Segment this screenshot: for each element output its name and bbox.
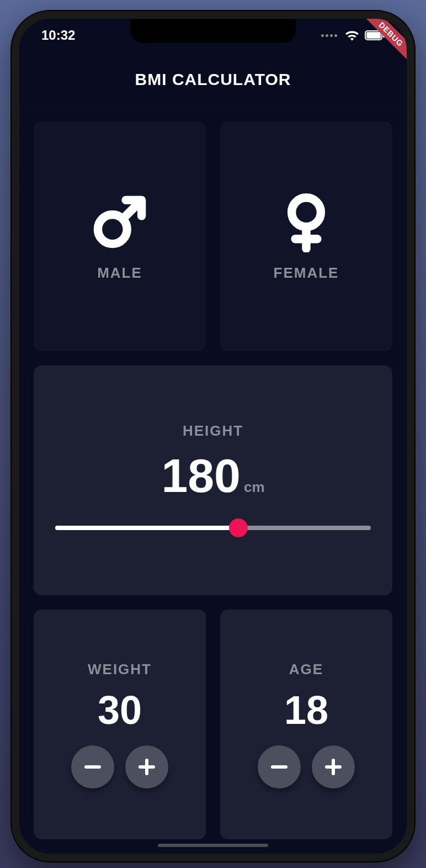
height-unit: cm [244,479,265,496]
slider-thumb[interactable] [229,518,248,537]
weight-plus-button[interactable] [125,745,168,788]
age-label: AGE [289,661,323,678]
female-card[interactable]: FEMALE [220,121,392,351]
male-icon [89,192,150,252]
minus-icon [269,757,289,777]
height-card: HEIGHT 180 cm [34,366,392,595]
slider-fill [55,526,238,530]
status-time: 10:32 [41,28,75,43]
svg-rect-1 [366,32,381,39]
app-title: BMI CALCULATOR [135,70,291,89]
weight-minus-button[interactable] [71,745,114,788]
female-label: FEMALE [274,264,339,282]
age-minus-button[interactable] [258,745,301,788]
plus-icon [323,757,343,777]
bottom-row: WEIGHT 30 [34,610,392,839]
app-screen: 10:32 [19,19,407,854]
home-indicator[interactable] [158,844,268,847]
wifi-icon [345,30,359,41]
male-card[interactable]: MALE [34,121,206,351]
male-label: MALE [97,264,142,282]
app-bar: BMI CALCULATOR [19,52,407,107]
height-value-row: 180 cm [161,452,264,499]
phone-notch [130,19,296,43]
age-stepper [258,745,355,788]
svg-point-5 [292,198,321,227]
weight-label: WEIGHT [88,661,152,678]
phone-frame: DEBUG 10:32 [12,11,414,861]
age-plus-button[interactable] [312,745,355,788]
status-right-cluster [321,30,385,41]
slider-track [55,526,371,530]
gender-row: MALE FEMALE [34,121,392,351]
plus-icon [137,757,157,777]
height-slider[interactable] [55,517,371,539]
weight-value: 30 [98,690,142,730]
weight-card: WEIGHT 30 [34,610,206,839]
minus-icon [83,757,103,777]
content: MALE FEMALE HEIGHT 18 [19,107,407,854]
weight-stepper [71,745,168,788]
age-card: AGE 18 [220,610,392,839]
age-value: 18 [284,690,328,730]
svg-line-4 [124,202,140,218]
height-number: 180 [161,452,241,499]
height-label: HEIGHT [183,422,243,440]
female-icon [276,192,337,252]
cellular-dots-icon [321,34,337,37]
